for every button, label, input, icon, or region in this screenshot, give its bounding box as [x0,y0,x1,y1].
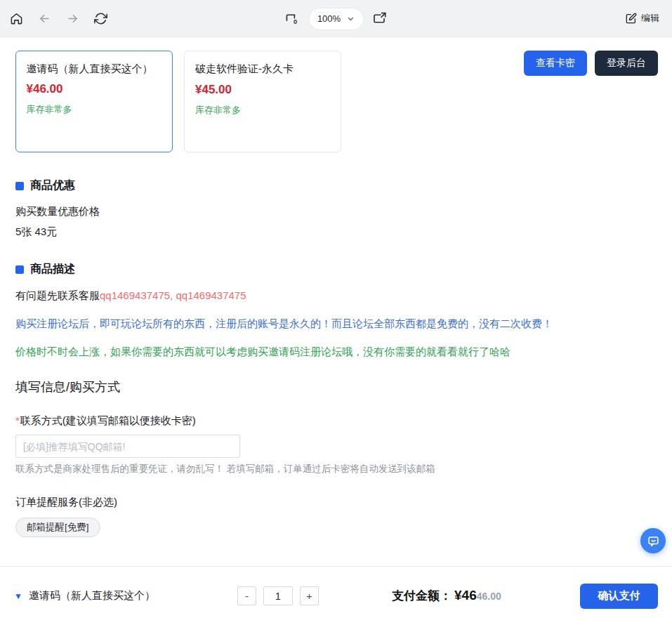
view-cards-button[interactable]: 查看卡密 [524,51,587,76]
edit-icon [626,13,637,24]
arrow-right-icon [66,12,79,25]
contact-field-label: *联系方式(建议填写邮箱以便接收卡密) [15,414,657,428]
description-section-heading: 商品描述 [15,262,657,277]
payment-amount: 支付金额： ¥46 46.00 [392,588,501,604]
device-preview-button[interactable]: 0 [284,11,300,27]
product-stock-badge: 库存非常多 [27,103,162,116]
home-button[interactable] [8,11,24,26]
payment-footer-bar: ▼ 邀请码（新人直接买这个） - + 支付金额： ¥46 46.00 确认支付 [0,566,672,625]
back-button[interactable] [37,11,52,26]
chevron-down-icon [346,15,355,23]
description-heading-text: 商品描述 [30,262,75,277]
toolbar-zoom-group: 0 100% [284,0,388,37]
description-green-line: 价格时不时会上涨，如果你需要的东西就可以考虑购买邀请码注册论坛哦，没有你需要的就… [15,346,657,359]
product-card-invite-code[interactable]: 邀请码（新人直接买这个） ¥46.00 库存非常多 [15,51,173,152]
selected-product-label: 邀请码（新人直接买这个） [29,589,155,603]
zoom-level-dropdown[interactable]: 100% [309,8,363,29]
main-content: 邀请码（新人直接买这个） ¥46.00 库存非常多 破走软件验证-永久卡 ¥45… [0,51,672,537]
arrow-left-icon [38,12,51,25]
required-mark: * [15,414,20,426]
remind-service-label: 订单提醒服务(非必选) [15,496,657,509]
contact-input[interactable] [15,435,240,458]
contact-qq-text: qq1469437475, qq1469437475 [100,289,246,301]
quantity-minus-button[interactable]: - [237,586,256,605]
product-card-row: 邀请码（新人直接买这个） ¥46.00 库存非常多 破走软件验证-永久卡 ¥45… [15,51,657,152]
triangle-down-icon: ▼ [14,592,22,600]
description-contact-line: 有问题先联系客服qq1469437475, qq1469437475 [15,289,657,303]
forward-button[interactable] [65,11,80,26]
product-stock-badge: 库存非常多 [195,104,330,117]
quantity-input[interactable] [263,586,293,605]
home-icon [10,12,23,25]
product-price: ¥46.00 [27,82,162,96]
confirm-pay-button[interactable]: 确认支付 [580,584,658,609]
form-section-title: 填写信息/购买方式 [15,379,657,395]
product-name: 破走软件验证-永久卡 [195,60,330,78]
promo-line-2: 5张 43元 [15,225,657,239]
promo-heading-text: 商品优惠 [30,178,75,193]
contact-prefix-text: 有问题先联系客服 [15,289,100,301]
open-preview-button[interactable] [372,11,388,27]
promo-section-heading: 商品优惠 [15,178,657,193]
amount-label: 支付金额： [392,588,452,604]
product-price: ¥45.00 [195,83,330,97]
edit-button[interactable]: 编辑 [621,11,664,25]
toolbar: 0 100% 编辑 [0,0,672,37]
contact-label-text: 联系方式(建议填写邮箱以便接收卡密) [20,414,196,426]
chat-bubble-icon [647,534,660,548]
amount-decimal-value: 46.00 [477,591,501,602]
quantity-plus-button[interactable]: + [300,586,319,605]
refresh-icon [94,12,107,25]
email-remind-chip[interactable]: 邮箱提醒[免费] [15,518,100,537]
promo-line-1: 购买数量优惠价格 [15,205,657,218]
device-zero-icon: 0 [284,11,299,26]
blue-square-bullet-icon [15,265,24,274]
login-admin-button[interactable]: 登录后台 [595,51,658,76]
refresh-button[interactable] [93,11,108,26]
toolbar-nav-group [8,11,108,26]
selected-product-toggle[interactable]: ▼ 邀请码（新人直接买这个） [14,589,237,603]
top-action-buttons: 查看卡密 登录后台 [524,51,658,76]
product-card-software-key[interactable]: 破走软件验证-永久卡 ¥45.00 库存非常多 [184,51,341,152]
product-name: 邀请码（新人直接买这个） [27,60,162,78]
description-blue-line: 购买注册论坛后，即可玩论坛所有的东西，注册后的账号是永久的！而且论坛全部东西都是… [15,317,657,331]
zoom-level-value: 100% [317,13,341,24]
customer-service-fab[interactable] [640,528,666,553]
edit-label: 编辑 [641,12,659,25]
svg-text:0: 0 [294,18,297,25]
quantity-stepper: - + [237,586,319,605]
monitor-external-icon [373,11,388,26]
contact-helper-text: 联系方式是商家处理售后的重要凭证，请勿乱写！ 若填写邮箱，订单通过后卡密将自动发… [15,463,657,475]
blue-square-bullet-icon [15,182,24,190]
amount-value: ¥46 [454,588,477,603]
